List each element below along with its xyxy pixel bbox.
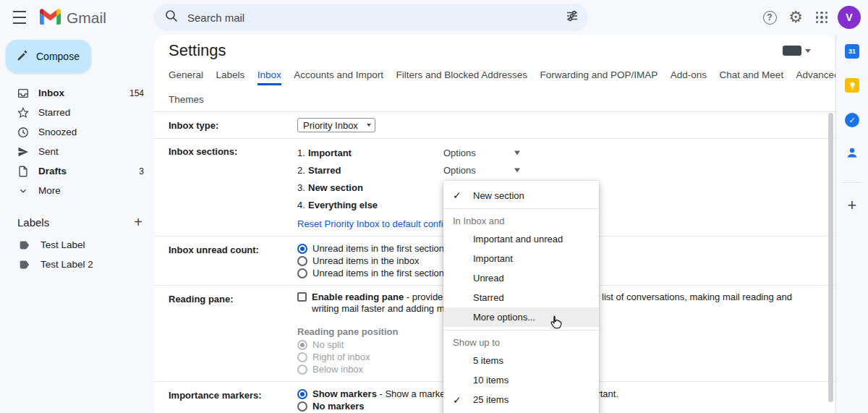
radio-icon[interactable] — [297, 401, 307, 412]
sidebar-item-label: Sent — [38, 146, 59, 157]
sidebar-item-label: More — [38, 185, 61, 196]
options-dropdown-1[interactable]: Options — [443, 148, 520, 158]
row-label: Importance markers: — [169, 388, 297, 412]
menu-item-more-options[interactable]: More options... — [443, 307, 599, 327]
label-tag-icon — [17, 257, 32, 272]
radio-selected-icon[interactable] — [297, 244, 307, 254]
sidebar-item-more[interactable]: More — [0, 181, 154, 200]
labels-header: Labels — [0, 212, 154, 232]
account-avatar[interactable]: V — [838, 6, 861, 29]
tab-themes[interactable]: Themes — [169, 94, 204, 110]
menu-item-unread[interactable]: Unread — [443, 268, 599, 288]
row-label: Inbox type: — [169, 118, 297, 132]
menu-item-starred[interactable]: Starred — [443, 288, 599, 307]
tasks-button[interactable] — [844, 112, 860, 128]
sidebar-item-snoozed[interactable]: Snoozed — [0, 122, 154, 142]
search-bar[interactable] — [154, 4, 588, 31]
radio-label: No split — [312, 339, 344, 350]
menu-item-5-items[interactable]: 5 items — [443, 351, 599, 370]
search-input[interactable] — [187, 12, 565, 24]
menu-group-header-in-inbox-and: In Inbox and — [443, 212, 599, 229]
menu-item-10-items[interactable]: 10 items — [443, 370, 599, 390]
calendar-button[interactable]: 31 — [844, 43, 860, 59]
tab-inbox[interactable]: Inbox — [258, 69, 281, 85]
option-bold-label: Show markers — [312, 388, 377, 399]
apps-grid-button[interactable] — [809, 3, 835, 32]
label-tag-icon — [17, 238, 32, 252]
settings-tabs-row2: Themes — [154, 93, 835, 106]
search-filter-icon[interactable] — [565, 9, 579, 26]
menu-item-label: More options... — [473, 312, 535, 323]
get-add-ons-button[interactable] — [848, 197, 857, 213]
radio-selected-icon[interactable] — [297, 389, 307, 399]
label-item-name: Test Label 2 — [41, 259, 93, 270]
tab-general[interactable]: General — [169, 69, 203, 85]
checkmark-icon — [453, 190, 461, 201]
tab-labels[interactable]: Labels — [216, 69, 244, 85]
menu-item-important[interactable]: Important — [443, 249, 599, 268]
radio-icon[interactable] — [297, 268, 307, 278]
section-number: 3. — [297, 182, 308, 193]
inbox-type-select[interactable]: Priority Inbox — [297, 118, 375, 132]
sidebar-item-drafts[interactable]: Drafts 3 — [0, 161, 154, 181]
menu-item-new-section[interactable]: New section — [443, 185, 599, 205]
sidebar-item-starred[interactable]: Starred — [0, 103, 154, 122]
keep-button[interactable] — [844, 77, 860, 93]
label-item-test-label[interactable]: Test Label — [0, 235, 154, 255]
section-number: 2. — [297, 165, 308, 176]
label-item-test-label-2[interactable]: Test Label 2 — [0, 255, 154, 274]
radio-icon[interactable] — [297, 256, 307, 266]
tab-add-ons[interactable]: Add-ons — [671, 69, 707, 85]
section-name: Everything else — [308, 200, 378, 210]
option-bold-label: No markers — [312, 401, 365, 412]
tab-advanced[interactable]: Advanced — [796, 69, 835, 85]
compose-button[interactable]: Compose — [6, 40, 91, 73]
options-dropdown-menu: New section In Inbox and Important and u… — [443, 181, 599, 413]
contacts-button[interactable] — [844, 146, 860, 162]
menu-item-label: Starred — [473, 292, 504, 303]
help-icon — [763, 11, 777, 25]
tab-accounts-and-import[interactable]: Accounts and Import — [294, 69, 383, 85]
checkbox-icon[interactable] — [297, 292, 307, 302]
sidebar-item-sent[interactable]: Sent — [0, 142, 154, 161]
radio-disabled-icon[interactable] — [297, 352, 307, 362]
search-icon[interactable] — [164, 9, 179, 26]
section-number: 4. — [297, 200, 308, 210]
checkmark-icon — [453, 394, 461, 406]
sidebar-item-inbox[interactable]: Inbox 154 — [0, 83, 154, 103]
tab-forwarding-and-pop-imap[interactable]: Forwarding and POP/IMAP — [540, 69, 658, 85]
menu-item-important-and-unread[interactable]: Important and unread — [443, 229, 599, 249]
select-arrow-icon — [367, 124, 371, 127]
calendar-icon: 31 — [845, 44, 859, 59]
menu-item-25-items[interactable]: 25 items — [443, 390, 599, 409]
contacts-person-icon — [845, 145, 859, 163]
hamburger-menu-icon[interactable] — [13, 11, 30, 24]
menu-item-label: Important and unread — [473, 234, 563, 244]
inbox-icon — [16, 86, 30, 101]
settings-gear-button[interactable] — [783, 3, 809, 32]
inbox-count: 154 — [129, 88, 144, 98]
add-label-button[interactable] — [134, 215, 142, 229]
tab-chat-and-meet[interactable]: Chat and Meet — [720, 69, 784, 85]
file-icon — [16, 164, 30, 179]
menu-item-label: Important — [473, 253, 513, 264]
section-name: New section — [308, 182, 363, 193]
input-tools-selector[interactable] — [783, 46, 811, 56]
radio-disabled-selected-icon[interactable] — [297, 340, 307, 350]
labels-list: Test Label Test Label 2 — [0, 235, 154, 274]
gmail-logo[interactable]: Gmail — [40, 9, 106, 27]
tab-filters-and-blocked-addresses[interactable]: Filters and Blocked Addresses — [396, 69, 528, 85]
enable-reading-pane-bold: Enable reading pane — [312, 291, 404, 302]
section-line-2: 2. Starred Options — [297, 161, 821, 179]
radio-disabled-icon[interactable] — [297, 365, 307, 375]
vertical-scrollbar[interactable] — [828, 113, 833, 402]
sidebar: Compose Inbox 154 Starred Snoozed Sen — [0, 35, 154, 413]
radio-label: Unread items in the first section — [312, 243, 444, 254]
sidebar-item-label: Drafts — [38, 166, 67, 176]
section-line-1: 1. Important Options — [297, 144, 821, 161]
options-dropdown-2[interactable]: Options — [443, 165, 520, 176]
inbox-type-value: Priority Inbox — [303, 120, 358, 131]
drafts-count: 3 — [139, 166, 144, 176]
radio-label: Right of inbox — [312, 352, 370, 362]
help-button[interactable] — [757, 3, 783, 32]
